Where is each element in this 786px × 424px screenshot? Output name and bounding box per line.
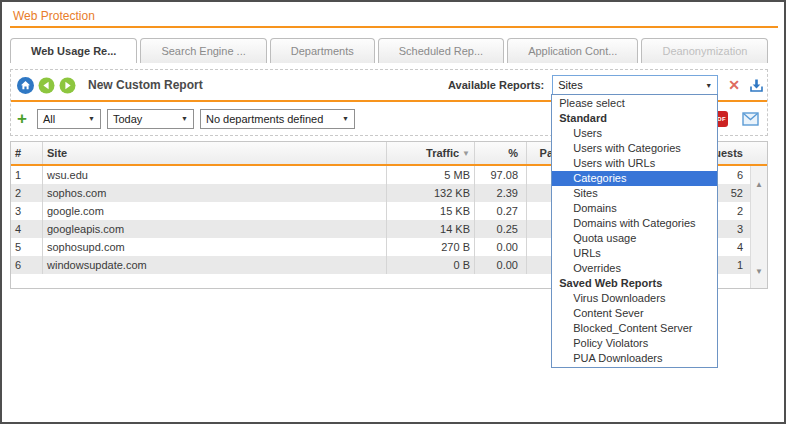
tab-departments[interactable]: Departments (270, 38, 375, 63)
delete-report-icon[interactable]: ✕ (728, 78, 740, 92)
cell-site: googleapis.com (43, 220, 387, 238)
cell-num: 3 (11, 202, 43, 220)
time-filter-select[interactable]: Today ▼ (107, 109, 194, 129)
tab-bar: Web Usage Re... Search Engine ... Depart… (10, 38, 768, 63)
cell-num: 1 (11, 166, 43, 184)
cell-site: windowsupdate.com (43, 256, 387, 274)
cell-percent: 97.08 (475, 166, 527, 184)
cell-traffic: 5 MB (387, 166, 475, 184)
report-option-quota-usage[interactable]: Quota usage (552, 231, 717, 246)
report-option-domains[interactable]: Domains (552, 201, 717, 216)
chevron-down-icon: ▼ (175, 115, 188, 122)
cell-site: google.com (43, 202, 387, 220)
report-option-users-with-urls[interactable]: Users with URLs (552, 156, 717, 171)
report-option-sites[interactable]: Sites (552, 186, 717, 201)
back-icon[interactable] (38, 77, 55, 94)
header-traffic-label: Traffic (426, 147, 459, 159)
available-reports-select-wrap: Sites ▼ Please select Standard Users Use… (552, 75, 718, 95)
cell-traffic: 132 KB (387, 184, 475, 202)
report-option-please-select[interactable]: Please select (552, 96, 717, 111)
scope-filter-select[interactable]: All ▼ (37, 109, 101, 129)
report-option-virus-downloaders[interactable]: Virus Downloaders (552, 291, 717, 306)
table-scrollbar[interactable]: ▲ ▼ (750, 166, 767, 288)
available-reports-dropdown: Please select Standard Users Users with … (551, 94, 718, 368)
tab-web-usage-reports[interactable]: Web Usage Re... (10, 38, 137, 63)
header-num[interactable]: # (11, 142, 43, 164)
report-option-overrides[interactable]: Overrides (552, 261, 717, 276)
tab-deanonymization: Deanonymization (641, 38, 768, 63)
send-email-icon[interactable] (742, 112, 759, 126)
scope-filter-value: All (43, 113, 55, 125)
report-group-standard: Standard (552, 111, 717, 126)
cell-num: 5 (11, 238, 43, 256)
cell-traffic: 0 B (387, 256, 475, 274)
home-icon[interactable] (17, 77, 34, 94)
header-traffic[interactable]: Traffic ▼ (387, 142, 475, 164)
cell-traffic: 14 KB (387, 220, 475, 238)
cell-percent: 2.39 (475, 184, 527, 202)
report-option-categories[interactable]: Categories (552, 171, 717, 186)
departments-filter-value: No departments defined (206, 113, 323, 125)
download-report-icon[interactable] (748, 77, 765, 94)
cell-num: 6 (11, 256, 43, 274)
report-option-content-sever[interactable]: Content Sever (552, 306, 717, 321)
page-title: Web Protection (13, 9, 95, 23)
cell-percent: 0.27 (475, 202, 527, 220)
cell-percent: 0.00 (475, 256, 527, 274)
sort-desc-icon: ▼ (462, 149, 470, 158)
cell-traffic: 270 B (387, 238, 475, 256)
chevron-down-icon: ▼ (336, 115, 349, 122)
departments-filter-select[interactable]: No departments defined ▼ (200, 109, 355, 129)
available-reports-label: Available Reports: (448, 79, 544, 91)
cell-site: sophos.com (43, 184, 387, 202)
web-protection-window: Web Protection Web Usage Re... Search En… (0, 0, 786, 424)
header-site[interactable]: Site (43, 142, 387, 164)
report-option-urls[interactable]: URLs (552, 246, 717, 261)
tab-search-engine[interactable]: Search Engine ... (140, 38, 266, 63)
tab-scheduled-reports[interactable]: Scheduled Rep... (378, 38, 504, 63)
report-option-users[interactable]: Users (552, 126, 717, 141)
new-custom-report-label: New Custom Report (88, 78, 203, 92)
cell-num: 2 (11, 184, 43, 202)
cell-site: wsu.edu (43, 166, 387, 184)
report-option-domains-with-categories[interactable]: Domains with Categories (552, 216, 717, 231)
chevron-down-icon: ▼ (82, 115, 95, 122)
tab-application-control[interactable]: Application Cont... (507, 38, 638, 63)
report-group-saved-web-reports: Saved Web Reports (552, 276, 717, 291)
cell-percent: 0.25 (475, 220, 527, 238)
chevron-down-icon: ▼ (699, 82, 712, 89)
cell-site: sophosupd.com (43, 238, 387, 256)
add-filter-icon[interactable]: + (17, 110, 27, 127)
scroll-up-icon[interactable]: ▲ (755, 180, 763, 189)
report-option-users-with-categories[interactable]: Users with Categories (552, 141, 717, 156)
report-nav-row: New Custom Report Available Reports: Sit… (11, 70, 767, 100)
report-option-blocked-content-server[interactable]: Blocked_Content Server (552, 321, 717, 336)
scroll-down-icon[interactable]: ▼ (755, 267, 763, 276)
report-option-policy-violators[interactable]: Policy Violators (552, 336, 717, 351)
time-filter-value: Today (113, 113, 142, 125)
report-option-pua-downloaders[interactable]: PUA Downloaders (552, 351, 717, 366)
available-reports-selected-value: Sites (558, 79, 582, 91)
cell-percent: 0.00 (475, 238, 527, 256)
cell-num: 4 (11, 220, 43, 238)
header-percent[interactable]: % (475, 142, 527, 164)
title-divider (10, 26, 778, 28)
report-toolbar: New Custom Report Available Reports: Sit… (10, 69, 768, 136)
available-reports-select[interactable]: Sites ▼ (552, 75, 718, 95)
forward-icon[interactable] (59, 77, 76, 94)
cell-traffic: 15 KB (387, 202, 475, 220)
